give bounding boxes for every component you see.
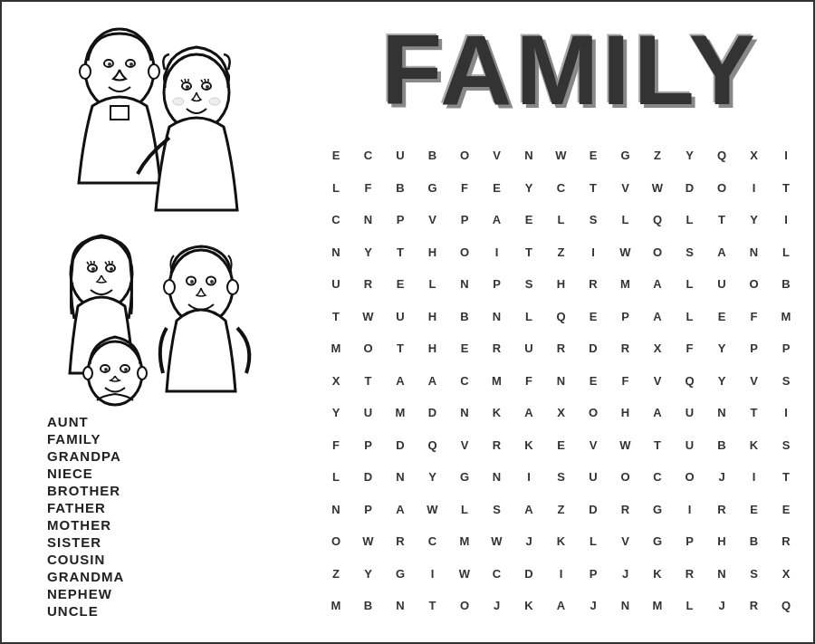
grid-cell: V (613, 532, 638, 552)
grid-row: CNPVPAELSLQLTYI (319, 210, 803, 230)
grid-cell: T (773, 467, 799, 487)
grid-cell: R (613, 499, 638, 519)
grid-cell: Y (677, 146, 703, 166)
grid-cell: W (645, 178, 670, 197)
grid-cell: A (549, 596, 574, 616)
grid-cell: L (580, 532, 606, 552)
grid-cell: E (484, 178, 510, 197)
grid-cell: B (452, 306, 477, 326)
grid-cell: J (580, 596, 606, 616)
grid-row: MOTHERURDRXFYPP (319, 339, 803, 359)
grid-cell: U (677, 435, 703, 455)
grid-cell: J (516, 532, 542, 552)
grid-cell: O (452, 596, 477, 616)
grid-cell: C (452, 370, 477, 390)
family-illustration (29, 20, 283, 400)
svg-point-4 (129, 62, 133, 66)
svg-point-33 (138, 367, 147, 380)
grid-cell: F (323, 435, 349, 455)
grid-cell: A (645, 403, 670, 423)
grid-cell: V (452, 435, 477, 455)
grid-cell: I (773, 403, 799, 423)
grid-cell: L (420, 274, 446, 294)
word-list-item: MOTHER (47, 517, 124, 533)
grid-cell: I (677, 499, 703, 519)
grid-cell: N (388, 596, 413, 616)
grid-cell: C (420, 532, 446, 552)
svg-point-30 (104, 368, 108, 371)
word-list-item: SISTER (47, 534, 124, 550)
grid-cell: T (645, 435, 670, 455)
svg-point-26 (227, 280, 238, 294)
grid-cell: X (549, 403, 574, 423)
grid-cell: L (452, 499, 477, 519)
grid-row: NYTHOITZIWOSANL (319, 242, 803, 262)
grid-cell: T (388, 339, 413, 359)
grid-cell: P (613, 306, 638, 326)
grid-cell: U (709, 274, 734, 294)
grid-cell: B (773, 274, 799, 294)
grid-cell: D (677, 178, 703, 197)
grid-cell: R (356, 274, 381, 294)
grid-cell: A (484, 210, 510, 230)
grid-cell: Y (420, 467, 446, 487)
word-list-item: BROTHER (47, 483, 124, 498)
grid-cell: V (580, 435, 606, 455)
grid-cell: P (484, 274, 510, 294)
grid-row: YUMDNKAXOHAUNTI (319, 403, 803, 423)
grid-cell: L (516, 306, 542, 326)
grid-cell: A (709, 242, 734, 262)
svg-point-12 (206, 85, 209, 89)
grid-cell: S (677, 242, 703, 262)
grid-cell: S (580, 210, 606, 230)
grid-cell: E (580, 370, 606, 390)
grid-cell: N (356, 210, 381, 230)
grid-cell: P (388, 210, 413, 230)
grid-cell: B (356, 596, 381, 616)
grid-cell: K (742, 435, 767, 455)
grid-cell: D (420, 403, 446, 423)
page-container: AUNTFAMILYGRANDPANIECEBROTHERFATHERMOTHE… (2, 2, 815, 644)
grid-cell: Q (645, 210, 670, 230)
grid-cell: A (388, 370, 413, 390)
grid-cell: U (356, 403, 381, 423)
grid-row: XTAACMFNEFVQYVS (319, 370, 803, 390)
grid-cell: B (420, 146, 446, 166)
grid-cell: E (580, 306, 606, 326)
left-panel: AUNTFAMILYGRANDPANIECEBROTHERFATHERMOTHE… (2, 2, 310, 644)
grid-cell: W (613, 435, 638, 455)
grid-cell: O (613, 467, 638, 487)
grid-cell: C (356, 146, 381, 166)
grid-cell: W (613, 242, 638, 262)
grid-cell: L (677, 274, 703, 294)
grid-cell: G (452, 467, 477, 487)
grid-cell: W (356, 532, 381, 552)
word-list-item: UNCLE (47, 603, 124, 619)
grid-cell: O (645, 242, 670, 262)
grid-cell: H (420, 242, 446, 262)
grid-cell: T (388, 242, 413, 262)
grid-cell: L (549, 210, 574, 230)
grid-cell: B (709, 435, 734, 455)
grid-cell: S (742, 563, 767, 583)
grid-cell: V (420, 210, 446, 230)
word-list-item: NEPHEW (47, 586, 124, 601)
grid-cell: I (484, 242, 510, 262)
grid-cell: K (516, 596, 542, 616)
grid-cell: Z (549, 242, 574, 262)
grid-cell: K (484, 403, 510, 423)
grid-cell: I (580, 242, 606, 262)
grid-cell: L (323, 467, 349, 487)
grid-cell: G (645, 499, 670, 519)
grid-cell: U (580, 467, 606, 487)
grid-cell: M (323, 596, 349, 616)
grid-cell: Q (420, 435, 446, 455)
grid-cell: N (323, 242, 349, 262)
grid-cell: J (484, 596, 510, 616)
grid-cell: S (773, 435, 799, 455)
grid-cell: O (323, 532, 349, 552)
svg-point-13 (173, 98, 184, 105)
grid-cell: M (452, 532, 477, 552)
grid-cell: Y (742, 210, 767, 230)
grid-cell: S (484, 499, 510, 519)
